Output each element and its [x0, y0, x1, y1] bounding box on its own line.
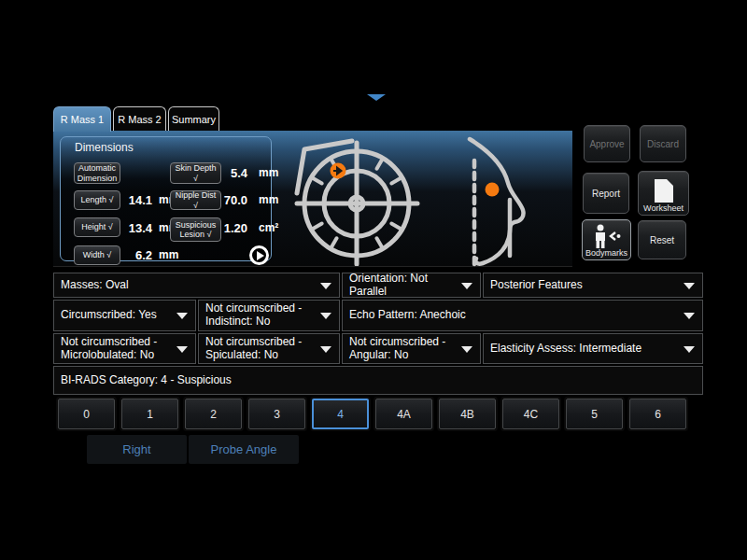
chevron-down-icon [176, 346, 188, 353]
chevron-down-icon [684, 313, 695, 319]
chevron-down-icon [320, 346, 331, 353]
angular-dropdown[interactable]: Not circumscribed - Angular: No [342, 333, 481, 364]
dimensions-box: Dimensions Automatic Dimension Length √ … [60, 136, 272, 261]
bodymarks-label: Bodymarks [585, 248, 627, 258]
spiculated-value: Not circumscribed - Spiculated: No [205, 336, 315, 362]
skin-depth-value: 5.4 [216, 166, 247, 180]
posterior-features-value: Posterior Features [490, 279, 583, 292]
nipple-dist-button[interactable]: Nipple Dist √ [170, 190, 221, 210]
findings-grid: Masses: Oval Orientation: Not Parallel P… [53, 273, 703, 395]
chevron-down-icon [461, 346, 472, 353]
skin-depth-unit: mm [259, 166, 278, 179]
collapse-chevron-icon[interactable] [367, 94, 386, 101]
birads-button-4c[interactable]: 4C [502, 399, 559, 429]
echo-pattern-dropdown[interactable]: Echo Pattern: Anechoic [342, 300, 703, 331]
chevron-down-icon [684, 283, 695, 289]
automatic-dimension-button[interactable]: Automatic Dimension [74, 162, 120, 184]
elasticity-value: Elasticity Assess: Intermediate [490, 343, 641, 356]
birads-button-1[interactable]: 1 [121, 399, 178, 429]
breast-clockface-bodymark[interactable] [283, 133, 437, 266]
play-button[interactable] [249, 245, 269, 265]
skin-depth-button[interactable]: Skin Depth √ [170, 162, 221, 184]
birads-category-value: BI-RADS Category: 4 - Suspicious [61, 374, 232, 387]
microlobulated-dropdown[interactable]: Not circumscribed - Microlobulated: No [53, 333, 196, 364]
lesion-marker-profile [486, 183, 500, 197]
birads-button-4a[interactable]: 4A [375, 399, 432, 429]
birads-button-0[interactable]: 0 [58, 399, 115, 429]
worksheet-button[interactable]: Worksheet [638, 171, 689, 216]
birads-button-2[interactable]: 2 [185, 399, 242, 429]
masses-dropdown[interactable]: Masses: Oval [53, 273, 340, 298]
chevron-down-icon [320, 313, 331, 319]
worksheet-screen: R Mass 1 R Mass 2 Summary Dimensions Aut… [0, 0, 747, 560]
lesion-marker-clockface [331, 163, 346, 179]
birads-category-field[interactable]: BI-RADS Category: 4 - Suspicious [53, 366, 703, 395]
breast-profile-bodymark[interactable] [462, 133, 539, 269]
approve-button[interactable]: Approve [584, 125, 630, 162]
height-value: 13.4 [120, 221, 152, 235]
width-value: 6.2 [120, 248, 152, 262]
discard-button[interactable]: Discard [640, 125, 686, 162]
reset-label: Reset [650, 235, 674, 245]
height-button[interactable]: Height √ [74, 217, 120, 237]
spiculated-dropdown[interactable]: Not circumscribed - Spiculated: No [198, 333, 340, 364]
birads-button-6[interactable]: 6 [629, 399, 686, 429]
dimensions-title: Dimensions [75, 141, 134, 154]
echo-pattern-value: Echo Pattern: Anechoic [349, 309, 466, 322]
birads-button-4b[interactable]: 4B [439, 399, 496, 429]
tab-r-mass-1[interactable]: R Mass 1 [53, 106, 111, 132]
report-label: Report [592, 189, 620, 199]
width-button[interactable]: Width √ [74, 245, 120, 265]
suspicious-lesion-value: 1.20 [216, 221, 247, 235]
posterior-features-dropdown[interactable]: Posterior Features [483, 273, 703, 298]
bodymarks-button[interactable]: Bodymarks [582, 219, 631, 260]
chevron-down-icon [684, 346, 695, 353]
chevron-down-icon [320, 283, 331, 289]
length-button[interactable]: Length √ [74, 190, 120, 210]
indistinct-dropdown[interactable]: Not circumscribed - Indistinct: No [198, 300, 340, 331]
measurement-panel: Dimensions Automatic Dimension Length √ … [53, 131, 572, 267]
birads-button-5[interactable]: 5 [566, 399, 623, 429]
play-icon [257, 251, 264, 260]
orientation-value: Orientation: Not Parallel [349, 273, 456, 299]
elasticity-dropdown[interactable]: Elasticity Assess: Intermediate [483, 333, 703, 364]
circumscribed-dropdown[interactable]: Circumscribed: Yes [53, 300, 196, 331]
orientation-dropdown[interactable]: Orientation: Not Parallel [342, 273, 481, 298]
width-unit: mm [159, 248, 178, 261]
birads-button-4[interactable]: 4 [312, 399, 369, 429]
bodymarks-person-icon [591, 224, 623, 248]
nipple-dist-unit: mm [259, 193, 278, 206]
masses-value: Masses: Oval [61, 279, 129, 292]
chevron-down-icon [176, 313, 188, 319]
chevron-down-icon [461, 283, 472, 289]
circumscribed-value: Circumscribed: Yes [61, 309, 157, 322]
worksheet-label: Worksheet [643, 203, 684, 213]
birads-button-row: 0 1 2 3 4 4A 4B 4C 5 6 [58, 399, 686, 429]
indistinct-value: Not circumscribed - Indistinct: No [205, 302, 315, 329]
microlobulated-value: Not circumscribed - Microlobulated: No [61, 336, 171, 362]
birads-button-3[interactable]: 3 [248, 399, 305, 429]
discard-label: Discard [647, 139, 679, 149]
tab-r-mass-2[interactable]: R Mass 2 [113, 106, 166, 132]
nipple-dist-value: 70.0 [216, 193, 247, 207]
length-value: 14.1 [120, 193, 152, 207]
report-button[interactable]: Report [583, 173, 629, 214]
tab-summary[interactable]: Summary [168, 106, 219, 132]
reset-button[interactable]: Reset [638, 220, 686, 259]
probe-angle-button[interactable]: Probe Angle [189, 435, 299, 464]
angular-value: Not circumscribed - Angular: No [349, 336, 456, 362]
right-side-button[interactable]: Right [87, 435, 187, 464]
approve-label: Approve [589, 139, 624, 149]
document-icon [654, 178, 674, 203]
suspicious-lesion-unit: cm² [259, 221, 278, 234]
suspicious-lesion-button[interactable]: Suspicious Lesion √ [170, 217, 221, 242]
